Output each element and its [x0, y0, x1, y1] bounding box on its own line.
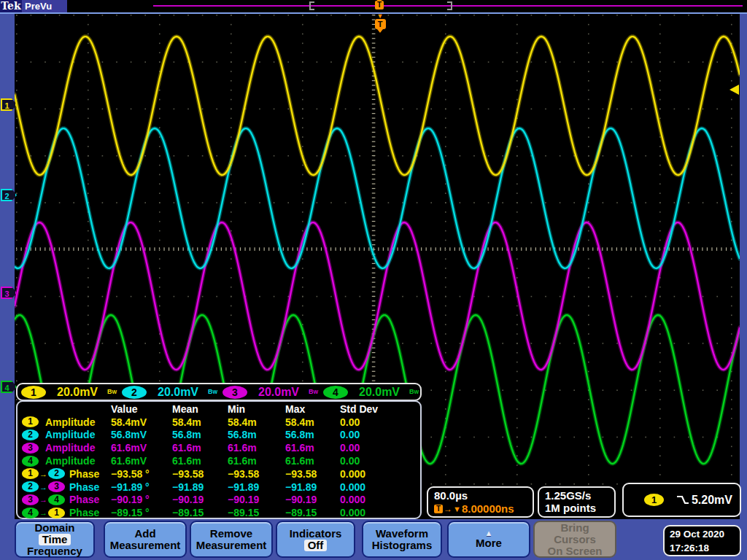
sample-rate-readout: 1.25GS/s 1M points [538, 486, 616, 518]
channel-4-badge: 4 [323, 386, 348, 399]
falling-edge-icon [676, 494, 690, 505]
channel-1-badge: 1 [21, 386, 46, 399]
menu-button-indicators[interactable]: Indicators Off [276, 521, 355, 558]
bandwidth-limit-icon: BW [409, 389, 419, 395]
trigger-tee-icon: T [434, 505, 443, 513]
record-length: 1M points [545, 502, 614, 514]
oscilloscope-screen: Tek PreVu T ▼ T 1 2 3 4 1 20.0mV BW [0, 0, 747, 560]
trigger-delay-readout: T → ▼ 8.00000ns [434, 502, 533, 515]
column-header-min: Min [228, 403, 285, 415]
channel-4-badge: 4 [22, 456, 39, 467]
time: 17:26:18 [670, 541, 740, 555]
column-header-max: Max [285, 403, 340, 415]
selected-option: Time [39, 534, 71, 545]
menu-button-bring-cursors: Bring Cursors On Screen [533, 521, 616, 558]
record-window-right-bracket [447, 1, 452, 10]
measurement-row-ch2-amplitude: 2Amplitude 56.8mV 56.8m 56.8m 56.8m 0.00 [22, 429, 420, 442]
channel-4-badge: 4 [22, 508, 39, 518]
column-header-stddev: Std Dev [340, 403, 420, 415]
channel-4-scale-readout[interactable]: 4 20.0mV BW [320, 386, 420, 399]
column-header-value: Value [111, 403, 172, 415]
channel-1-badge: 1 [48, 508, 65, 518]
measurement-row-ch1-amplitude: 1Amplitude 58.4mV 58.4m 58.4m 58.4m 0.00 [22, 416, 420, 429]
sample-rate: 1.25GS/s [545, 489, 614, 502]
channel-4-volts-per-div: 20.0mV [359, 386, 400, 399]
channel-1-scale-readout[interactable]: 1 20.0mV BW [18, 386, 118, 399]
menu-button-domain[interactable]: Domain Time Frequency [15, 521, 95, 558]
arrow-right-icon: → [444, 504, 452, 514]
tek-logo: Tek [0, 0, 22, 12]
trigger-readout: 1 5.20mV [622, 483, 741, 517]
trigger-down-arrow-icon: ▼ [374, 14, 387, 19]
delay-value: 8.00000ns [462, 502, 514, 515]
channel-3-scale-readout[interactable]: 3 20.0mV BW [219, 386, 320, 399]
channel-3-badge: 3 [48, 481, 65, 492]
arrow-right-icon: → [39, 470, 47, 478]
bandwidth-limit-icon: BW [208, 389, 217, 395]
channel-2-badge: 2 [22, 481, 39, 492]
column-header-mean: Mean [172, 403, 228, 415]
channel-3-badge: 3 [22, 494, 39, 505]
arrow-right-icon: → [39, 508, 47, 517]
channel-4-badge: 4 [48, 494, 65, 505]
channel-1-badge: 1 [22, 468, 39, 479]
record-trigger-tee-icon: T [375, 1, 384, 9]
channel-2-badge: 2 [22, 429, 39, 440]
measurement-row-phase-1-2: 1 → 2 Phase −93.58 ° −93.58 −93.58 −93.5… [22, 467, 420, 481]
date: 29 Oct 2020 [670, 527, 740, 541]
channel-1-volts-per-div: 20.0mV [57, 386, 98, 399]
time-per-division: 80.0µs [434, 489, 533, 502]
trigger-position-flag[interactable]: ▼ T [374, 14, 387, 33]
channel-3-badge: 3 [222, 386, 247, 399]
record-window-left-bracket [309, 1, 314, 10]
trigger-level-value: 5.20mV [692, 494, 732, 507]
trigger-tee-icon: T [375, 19, 386, 29]
channel-2-volts-per-div: 20.0mV [158, 386, 198, 399]
brand-chip: Tek PreVu [0, 0, 67, 12]
measurement-table: Value Mean Min Max Std Dev 1Amplitude 58… [16, 400, 422, 519]
channel-3-badge: 3 [22, 443, 39, 454]
bandwidth-limit-icon: BW [107, 389, 117, 395]
selected-option: Off [304, 540, 328, 551]
measurement-row-phase-3-4: 3 → 4 Phase −90.19 ° −90.19 −90.19 −90.1… [22, 494, 420, 507]
channel-3-volts-per-div: 20.0mV [258, 386, 299, 399]
arrow-right-icon: → [39, 483, 47, 491]
horizontal-scale-readout: 80.0µs T → ▼ 8.00000ns [427, 486, 534, 518]
date-time-display: 29 Oct 2020 17:26:18 [663, 525, 741, 556]
menu-button-waveform-histograms[interactable]: Waveform Histograms [362, 521, 442, 558]
marker-down-icon: ▼ [453, 505, 461, 513]
arrow-right-icon: → [39, 495, 47, 504]
menu-button-more[interactable]: ▲ More [447, 521, 530, 558]
measurement-row-ch4-amplitude: 4Amplitude 61.6mV 61.6m 61.6m 61.6m 0.00 [22, 454, 420, 467]
measurement-row-ch3-amplitude: 3Amplitude 61.6mV 61.6m 61.6m 61.6m 0.00 [22, 441, 420, 454]
trigger-flag-tail [377, 29, 383, 33]
channel-2-badge: 2 [48, 468, 65, 479]
measurement-header-row: Value Mean Min Max Std Dev [22, 402, 420, 416]
record-view-bar: Tek PreVu T [0, 0, 747, 12]
measurement-row-phase-4-1: 4 → 1 Phase −89.15 ° −89.15 −89.15 −89.1… [22, 506, 420, 519]
menu-button-remove-measurement[interactable]: Remove Measurement [190, 521, 273, 558]
channel-2-scale-readout[interactable]: 2 20.0mV BW [118, 386, 219, 399]
channel-2-badge: 2 [122, 386, 147, 399]
measurement-row-phase-2-3: 2 → 3 Phase −91.89 ° −91.89 −91.89 −91.8… [22, 481, 420, 494]
trigger-source-badge: 1 [644, 494, 664, 506]
menu-button-add-measurement[interactable]: Add Measurement [104, 521, 187, 558]
bandwidth-limit-icon: BW [309, 389, 318, 395]
acquisition-status: PreVu [25, 0, 52, 12]
channel-1-badge: 1 [22, 416, 39, 427]
channel-scale-bar: 1 20.0mV BW 2 20.0mV BW 3 20.0mV BW 4 20… [16, 383, 422, 401]
